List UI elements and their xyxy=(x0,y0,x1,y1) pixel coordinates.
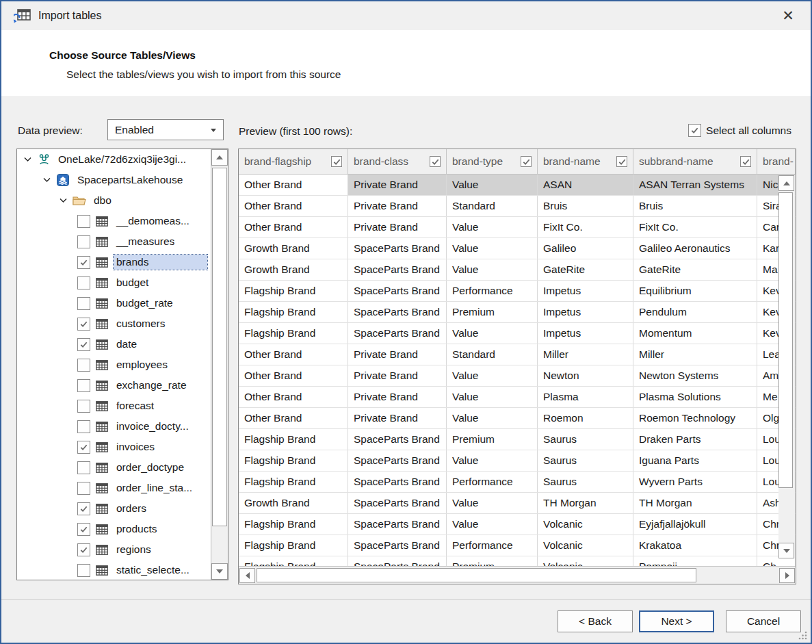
tree-item-regions[interactable]: regions xyxy=(17,539,210,560)
table-row[interactable]: Other BrandPrivate BrandValueRoemonRoemo… xyxy=(239,408,796,429)
tree-item-brands[interactable]: brands xyxy=(17,252,210,272)
table-cell[interactable]: Private Brand xyxy=(348,365,447,386)
table-row[interactable]: Other BrandPrivate BrandValueFixIt Co.Fi… xyxy=(239,217,796,238)
chevron-down-icon[interactable] xyxy=(43,177,51,183)
tree-item-static-selecte[interactable]: static_selecte... xyxy=(17,560,210,580)
table-cell[interactable]: Bruis xyxy=(633,196,757,216)
resize-grip-icon[interactable] xyxy=(798,630,808,640)
table-cell[interactable]: Value xyxy=(447,514,538,534)
tree-item-demomeas[interactable]: __demomeas... xyxy=(17,211,210,231)
grid-hscrollbar-thumb[interactable] xyxy=(257,568,696,582)
table-cell[interactable]: Private Brand xyxy=(348,217,447,237)
tree-item-checkbox[interactable] xyxy=(77,297,90,310)
table-cell[interactable]: Value xyxy=(447,408,538,428)
table-cell[interactable]: Value xyxy=(447,450,538,471)
table-cell[interactable]: Private Brand xyxy=(348,196,447,216)
table-row[interactable]: Other BrandPrivate BrandStandardBruisBru… xyxy=(239,196,796,217)
table-row[interactable]: Flagship BrandSpaceParts BrandPerformanc… xyxy=(239,281,796,302)
table-cell[interactable]: Plasma xyxy=(538,387,633,407)
close-icon[interactable]: ✕ xyxy=(776,5,800,27)
table-cell[interactable]: Miller xyxy=(538,344,633,365)
table-cell[interactable]: Other Brand xyxy=(239,408,348,428)
tree-item-checkbox[interactable] xyxy=(77,461,90,474)
table-cell[interactable]: Bruis xyxy=(538,196,633,216)
table-cell[interactable]: Galileo xyxy=(538,238,633,259)
table-cell[interactable]: Saurus xyxy=(538,429,633,450)
table-row[interactable]: Flagship BrandSpaceParts BrandPerformanc… xyxy=(239,472,796,493)
table-cell[interactable]: Flagship Brand xyxy=(239,514,348,534)
cancel-button[interactable]: Cancel xyxy=(726,610,801,632)
column-header-brand-type[interactable]: brand-type xyxy=(447,149,538,174)
table-cell[interactable]: Eyjafjallajökull xyxy=(633,514,757,534)
scroll-up-button[interactable] xyxy=(211,149,228,166)
table-cell[interactable]: Flagship Brand xyxy=(239,429,348,450)
table-cell[interactable]: Value xyxy=(447,259,538,280)
table-row[interactable]: Flagship BrandSpaceParts BrandValueSauru… xyxy=(239,450,796,472)
column-header-brand-name[interactable]: brand-name xyxy=(538,149,633,174)
table-cell[interactable]: Value xyxy=(447,217,538,237)
tree-item-checkbox[interactable] xyxy=(77,318,90,331)
table-cell[interactable]: FixIt Co. xyxy=(633,217,757,237)
table-cell[interactable]: SpaceParts Brand xyxy=(348,429,447,450)
tree-item-measures[interactable]: __measures xyxy=(17,231,210,252)
tree-item-checkbox[interactable] xyxy=(77,215,90,228)
table-cell[interactable]: SpaceParts Brand xyxy=(348,450,447,471)
table-cell[interactable]: Newton xyxy=(538,365,633,386)
tree-item-orders[interactable]: orders xyxy=(17,498,210,519)
tree-item-onelake-72d6zxiq3ije3gi[interactable]: OneLake/72d6zxiq3ije3gi... xyxy=(17,149,210,170)
table-cell[interactable]: ASAN Terran Systems xyxy=(633,175,757,195)
table-cell[interactable]: Growth Brand xyxy=(239,238,348,259)
table-cell[interactable]: Roemon Technology xyxy=(633,408,757,428)
tree-item-date[interactable]: date xyxy=(17,334,210,355)
tree-item-forecast[interactable]: forecast xyxy=(17,396,210,416)
table-cell[interactable]: Performance xyxy=(447,535,538,556)
table-cell[interactable]: Flagship Brand xyxy=(239,281,348,301)
table-cell[interactable]: Growth Brand xyxy=(239,259,348,280)
table-cell[interactable]: GateRite xyxy=(538,259,633,280)
tree-item-checkbox[interactable] xyxy=(77,338,90,351)
table-cell[interactable]: Roemon xyxy=(538,408,633,428)
table-cell[interactable]: Volcanic xyxy=(538,514,633,534)
grid-vertical-scrollbar[interactable] xyxy=(778,175,795,558)
tree-item-customers[interactable]: customers xyxy=(17,313,210,334)
table-cell[interactable]: Plasma Solutions xyxy=(633,387,757,407)
table-cell[interactable]: Impetus xyxy=(538,302,633,322)
column-header-subbrand-name[interactable]: subbrand-name xyxy=(633,149,757,174)
table-cell[interactable]: Other Brand xyxy=(239,365,348,386)
tree-item-checkbox[interactable] xyxy=(77,502,90,515)
table-cell[interactable]: Value xyxy=(447,365,538,386)
table-cell[interactable]: Premium xyxy=(447,302,538,322)
data-preview-dropdown[interactable]: Enabled xyxy=(107,119,224,140)
table-cell[interactable]: Private Brand xyxy=(348,344,447,365)
grid-horizontal-scrollbar[interactable] xyxy=(239,566,796,584)
table-row[interactable]: Growth BrandSpaceParts BrandValueTH Morg… xyxy=(239,493,796,514)
tree-item-checkbox[interactable] xyxy=(77,379,90,392)
chevron-down-icon[interactable] xyxy=(60,198,68,203)
table-cell[interactable]: Momentum xyxy=(633,323,757,344)
tree-item-budget-rate[interactable]: budget_rate xyxy=(17,293,210,313)
tree-item-invoices[interactable]: invoices xyxy=(17,437,210,457)
table-cell[interactable]: SpaceParts Brand xyxy=(348,493,447,513)
column-header-brand[interactable]: brand- xyxy=(757,149,796,174)
table-cell[interactable]: SpaceParts Brand xyxy=(348,259,447,280)
scroll-right-button[interactable] xyxy=(779,568,795,583)
tree-item-checkbox[interactable] xyxy=(77,420,90,433)
table-cell[interactable]: Flagship Brand xyxy=(239,472,348,492)
table-cell[interactable]: GateRite xyxy=(633,259,757,280)
tree-item-exchange-rate[interactable]: exchange_rate xyxy=(17,375,210,396)
column-checkbox[interactable] xyxy=(430,156,441,167)
table-cell[interactable]: Private Brand xyxy=(348,175,447,195)
table-cell[interactable]: TH Morgan xyxy=(633,493,757,513)
table-row[interactable]: Other BrandPrivate BrandValueASANASAN Te… xyxy=(239,175,796,196)
tree-item-checkbox[interactable] xyxy=(77,276,90,289)
table-cell[interactable]: Impetus xyxy=(538,281,633,301)
table-row[interactable]: Other BrandPrivate BrandValuePlasmaPlasm… xyxy=(239,387,796,408)
tree-item-invoice-docty[interactable]: invoice_docty... xyxy=(17,416,210,437)
table-cell[interactable]: Growth Brand xyxy=(239,493,348,513)
table-cell[interactable]: Premium xyxy=(447,429,538,450)
table-cell[interactable]: TH Morgan xyxy=(538,493,633,513)
tree-item-dbo[interactable]: dbo xyxy=(17,190,210,211)
table-cell[interactable]: Private Brand xyxy=(348,387,447,407)
table-cell[interactable]: Flagship Brand xyxy=(239,302,348,322)
table-cell[interactable]: Value xyxy=(447,323,538,344)
